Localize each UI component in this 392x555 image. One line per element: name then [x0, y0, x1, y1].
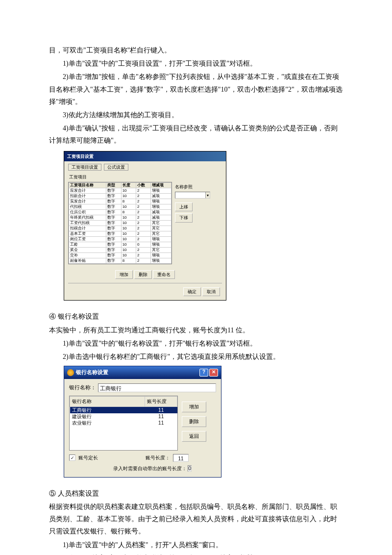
account-length-input[interactable]: 11	[173, 454, 189, 462]
auto-length-label: 录入时需要自动带出的账号长度：	[113, 466, 187, 471]
section5-step2: 2)在"人员档案"窗口中，单击"增加"按钮，打开"人员档案"对话框。	[49, 552, 343, 555]
delete-button[interactable]: 删除	[182, 416, 206, 427]
move-down-button[interactable]: 下移	[175, 213, 193, 222]
column-header: 小数	[136, 183, 150, 188]
table-row[interactable]: 交补数字102增项	[69, 253, 172, 258]
table-row[interactable]: 扣款合计数字102减项	[69, 194, 172, 199]
table-row[interactable]: 实发合计数字82增项	[69, 199, 172, 204]
salary-item-dialog: 工资项目设置 工资项目设置 公式设置 工资项目 工资项目名称类型长度小数增减项 …	[64, 151, 226, 301]
bottom-button-row: 确定 取消	[64, 284, 226, 300]
dialog-title: 工资项目设置	[64, 151, 226, 161]
section4-heading: ④ 银行名称设置	[49, 310, 343, 323]
step-1: 1)单击"设置"中的"工资项目设置"，打开"工资项目设置"对话框。	[49, 57, 343, 70]
dialog-icon	[67, 369, 74, 376]
add-button[interactable]: 增加	[182, 402, 206, 412]
table-row[interactable]: 住房公积数字82减项	[69, 210, 172, 215]
delete-button[interactable]: 删除	[134, 270, 152, 279]
ok-button[interactable]: 确定	[183, 287, 201, 296]
table-row[interactable]: 奖金数字102其它	[69, 248, 172, 253]
step-4: 4)单击"确认"按钮，出现提示"工资项目已经改变，请确认各工资类别的公式是否正确…	[49, 122, 343, 147]
col-account-length: 账号长度	[145, 396, 177, 406]
auto-length-input[interactable]: 0	[188, 465, 192, 472]
table-row[interactable]: 工龄数字100增项	[69, 242, 172, 248]
bank-name-dialog: 银行名称设置 ? ✕ 银行名称： 工商银行 银行名称 账号长度 工商银行11建设…	[64, 366, 221, 478]
name-reference-label: 名称参照	[175, 183, 219, 191]
move-up-button[interactable]: 上移	[175, 202, 193, 211]
table-row[interactable]: 副食补贴数字82增项	[69, 258, 172, 264]
close-icon[interactable]: ✕	[209, 369, 218, 377]
tab-item-settings[interactable]: 工资项目设置	[68, 164, 101, 171]
dialog-tabs: 工资项目设置 公式设置	[64, 161, 226, 172]
fixed-length-checkbox[interactable]: ✓	[69, 454, 75, 461]
bank-name-label: 银行名称：	[69, 383, 96, 393]
fixed-length-label: 账号定长	[78, 454, 98, 462]
help-icon[interactable]: ?	[199, 369, 208, 377]
sub-tab: 工资项目	[64, 172, 226, 182]
table-row[interactable]: 基本工资数字102其它	[69, 231, 172, 237]
rename-button[interactable]: 重命名	[153, 270, 175, 279]
section5-desc: 根据资料提供的职员档案表建立职员档案，包括职员编号、职员名称、所属部门、职员属性…	[49, 501, 343, 538]
bank-list-grid[interactable]: 银行名称 账号长度 工商银行11建设银行11农业银行11	[69, 396, 178, 451]
table-row[interactable]: 岗位工资数字102增项	[69, 237, 172, 242]
col-bank-name: 银行名称	[70, 396, 145, 406]
side-panel: 名称参照 上移 下移	[175, 182, 219, 264]
column-header: 类型	[106, 183, 121, 188]
section5-heading: ⑤ 人员档案设置	[49, 487, 343, 500]
add-button[interactable]: 增加	[115, 270, 133, 279]
account-length-label: 账号长度：	[146, 454, 170, 462]
salary-item-grid[interactable]: 工资项目名称类型长度小数增减项 应发合计数字102增项扣款合计数字102减项实发…	[68, 182, 172, 264]
tab-formula-settings[interactable]: 公式设置	[104, 164, 128, 171]
table-row[interactable]: 代扣税数字102增项	[69, 204, 172, 210]
section4-step1: 1)单击"设置"中的"银行名称设置"，打开"银行名称设置"对话框。	[49, 337, 343, 350]
back-button[interactable]: 返回	[182, 431, 206, 442]
bank-row[interactable]: 工商银行11	[70, 406, 177, 413]
section5-step1: 1)单击"设置"中的"人员档案"，打开"人员档案"窗口。	[49, 539, 343, 551]
bank-row[interactable]: 农业银行11	[70, 420, 177, 426]
bank-row[interactable]: 建设银行11	[70, 413, 177, 420]
dialog-title-text: 银行名称设置	[76, 369, 108, 375]
name-reference-dropdown[interactable]	[175, 192, 210, 199]
step-2: 2)单击"增加"按钮，单击"名称参照"下拉列表按钮，从中选择"基本工资，"或直接…	[49, 71, 343, 108]
section4-desc: 本实验中，所有员工工资均通过工商银行代发，账号长度为11 位。	[49, 324, 343, 336]
step-3: 3)依此方法继续增加其他的工资项目。	[49, 109, 343, 121]
table-row[interactable]: 工资代扣税数字102其它	[69, 221, 172, 226]
bank-name-input[interactable]: 工商银行	[98, 383, 216, 392]
column-header: 增减项	[151, 183, 172, 188]
cancel-button[interactable]: 取消	[202, 287, 220, 296]
section4-step2: 2)单击选中银行名称栏的"工商银行"，其它选项直接采用系统默认设置。	[49, 351, 343, 363]
table-row[interactable]: 应发合计数字102增项	[69, 188, 172, 194]
column-header: 工资项目名称	[69, 183, 106, 188]
table-row[interactable]: 年终奖代扣税数字102减项	[69, 215, 172, 221]
column-header: 长度	[121, 183, 136, 188]
table-row[interactable]: 扣税合计数字102其它	[69, 226, 172, 231]
middle-button-row: 增加 删除 重命名	[64, 267, 226, 282]
text-line: 目，可双击"工资项目名称"栏自行键入。	[49, 44, 343, 56]
dialog-titlebar: 银行名称设置 ? ✕	[64, 366, 221, 379]
